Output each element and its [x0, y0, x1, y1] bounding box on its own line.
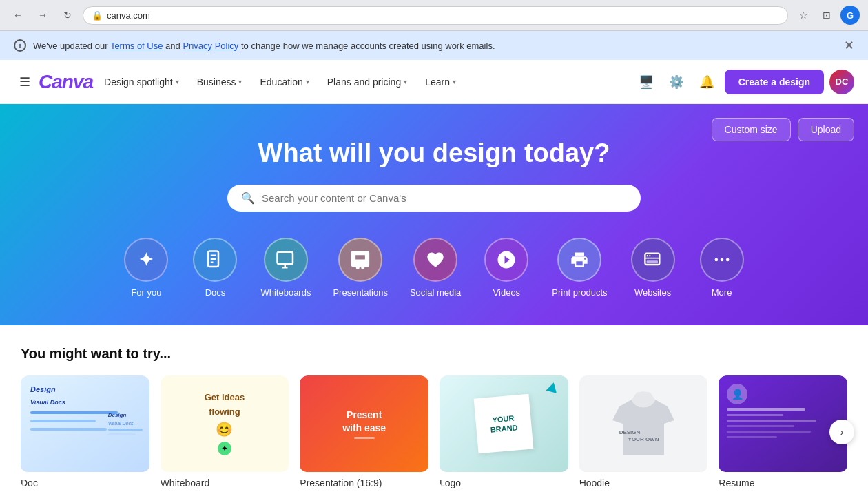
- nav-education[interactable]: Education ▾: [251, 71, 317, 93]
- svg-point-15: [720, 258, 723, 262]
- hero-section: Custom size Upload What will you design …: [0, 104, 868, 325]
- hamburger-menu-button[interactable]: ☰: [14, 69, 36, 95]
- browser-chrome: ← → ↻ 🔒 canva.com ☆ ⊡ G: [0, 0, 868, 31]
- hoodie-preview: DESIGN YOUR OWN: [579, 375, 708, 472]
- suggestions-container: Design Visual Docs Design Visual Docs: [21, 375, 847, 488]
- chevron-down-icon: ▾: [238, 78, 242, 85]
- category-videos[interactable]: Videos: [472, 231, 541, 305]
- docs-label: Docs: [205, 287, 226, 298]
- category-websites[interactable]: Websites: [619, 231, 688, 305]
- hoodie-label: Hoodie: [579, 477, 708, 488]
- chevron-down-icon: ▾: [176, 78, 179, 85]
- terms-link[interactable]: Terms of Use: [110, 41, 163, 51]
- presentation-label: Presentation (16:9): [300, 477, 428, 488]
- print-products-label: Print products: [552, 287, 607, 298]
- suggestion-doc[interactable]: Design Visual Docs Design Visual Docs: [21, 375, 149, 488]
- custom-size-button[interactable]: Custom size: [712, 118, 791, 141]
- hero-title: What will you design today?: [21, 138, 847, 168]
- svg-rect-4: [277, 252, 293, 265]
- logo-preview: YOURBRAND: [440, 375, 568, 472]
- address-bar[interactable]: 🔒 canva.com: [83, 6, 788, 25]
- websites-label: Websites: [634, 287, 671, 298]
- suggestions-section: You might want to try... Design Visual D…: [0, 325, 868, 494]
- split-view-button[interactable]: ⊡: [817, 6, 836, 25]
- videos-icon: [484, 238, 528, 282]
- refresh-button[interactable]: ↻: [58, 6, 77, 25]
- suggestion-resume[interactable]: 👤 Resume: [719, 375, 847, 488]
- nav-business[interactable]: Business ▾: [189, 71, 251, 93]
- category-presentations[interactable]: Presentations: [322, 231, 399, 305]
- suggestions-title: You might want to try...: [21, 346, 847, 362]
- settings-icon-button[interactable]: ⚙️: [664, 70, 689, 94]
- suggestion-logo[interactable]: YOURBRAND Logo: [440, 375, 568, 488]
- back-button[interactable]: ←: [8, 6, 28, 25]
- forward-button[interactable]: →: [33, 6, 52, 25]
- logo-label: Logo: [440, 477, 568, 488]
- docs-icon: [193, 238, 237, 282]
- svg-text:DESIGN: DESIGN: [619, 429, 641, 435]
- privacy-link[interactable]: Privacy Policy: [183, 41, 238, 51]
- browser-actions: ☆ ⊡ G: [794, 6, 860, 25]
- suggestion-whiteboard[interactable]: Get ideas flowing 😊 ✦ Whiteboard: [161, 375, 289, 488]
- nav-plans-pricing-label: Plans and pricing: [327, 76, 401, 88]
- category-for-you[interactable]: ✦ For you: [112, 231, 180, 305]
- chevron-down-icon: ▾: [306, 78, 309, 85]
- search-bar: 🔍: [227, 185, 641, 212]
- category-docs[interactable]: Docs: [180, 231, 249, 305]
- doc-label: Doc: [21, 477, 149, 488]
- info-icon: i: [14, 39, 26, 52]
- chrome-user-avatar[interactable]: G: [840, 6, 860, 25]
- svg-point-14: [714, 258, 718, 262]
- category-more[interactable]: More: [688, 231, 756, 305]
- presentations-icon: [338, 238, 382, 282]
- search-icon: 🔍: [241, 192, 255, 205]
- nav-design-spotlight[interactable]: Design spotlight ▾: [96, 71, 187, 93]
- more-icon: [700, 238, 744, 282]
- presentations-label: Presentations: [333, 287, 388, 298]
- suggestion-hoodie[interactable]: DESIGN YOUR OWN Hoodie: [579, 375, 708, 488]
- more-label: More: [712, 287, 732, 298]
- print-products-icon: [557, 238, 601, 282]
- notifications-icon-button[interactable]: 🔔: [694, 70, 719, 94]
- social-media-label: Social media: [410, 287, 461, 298]
- banner-text: We've updated our Terms of Use and Priva…: [33, 41, 495, 51]
- svg-point-7: [357, 266, 360, 269]
- banner-close-button[interactable]: ✕: [844, 38, 854, 53]
- for-you-label: For you: [131, 287, 161, 298]
- svg-point-10: [646, 255, 648, 256]
- nav-learn[interactable]: Learn ▾: [417, 71, 464, 93]
- upload-button[interactable]: Upload: [798, 118, 854, 141]
- svg-point-16: [725, 258, 729, 262]
- user-avatar[interactable]: DC: [829, 70, 854, 94]
- chevron-down-icon: ▾: [453, 78, 456, 85]
- nav-menu: Design spotlight ▾ Business ▾ Education …: [96, 71, 631, 93]
- hero-actions: Custom size Upload: [712, 118, 854, 141]
- svg-point-8: [362, 266, 364, 269]
- videos-label: Videos: [493, 287, 521, 298]
- monitor-icon-button[interactable]: 🖥️: [634, 70, 659, 94]
- whiteboard-label: Whiteboard: [161, 477, 289, 488]
- suggestion-presentation[interactable]: Presentwith ease Presentation (16:9): [300, 375, 428, 488]
- category-whiteboards[interactable]: Whiteboards: [249, 231, 322, 305]
- canva-logo[interactable]: Canva: [39, 71, 93, 93]
- svg-point-11: [649, 255, 650, 256]
- category-print-products[interactable]: Print products: [541, 231, 618, 305]
- search-input[interactable]: [262, 192, 627, 204]
- nav-learn-label: Learn: [425, 76, 450, 88]
- create-design-button[interactable]: Create a design: [725, 70, 824, 94]
- main-nav: ☰ Canva Design spotlight ▾ Business ▾ Ed…: [0, 60, 868, 104]
- next-arrow-button[interactable]: ›: [829, 420, 854, 444]
- nav-business-label: Business: [197, 76, 236, 88]
- categories-row: ✦ For you Docs: [21, 231, 847, 305]
- presentation-preview: Presentwith ease: [300, 375, 428, 472]
- doc-preview: Design Visual Docs Design Visual Docs: [21, 375, 149, 472]
- whiteboards-icon: [264, 238, 308, 282]
- nav-education-label: Education: [260, 76, 302, 88]
- category-social-media[interactable]: Social media: [399, 231, 472, 305]
- suggestions-grid: Design Visual Docs Design Visual Docs: [21, 375, 847, 488]
- nav-design-spotlight-label: Design spotlight: [104, 76, 173, 88]
- bookmark-button[interactable]: ☆: [794, 6, 813, 25]
- nav-plans-pricing[interactable]: Plans and pricing ▾: [319, 71, 415, 93]
- social-media-icon: [413, 238, 457, 282]
- svg-rect-13: [646, 260, 657, 263]
